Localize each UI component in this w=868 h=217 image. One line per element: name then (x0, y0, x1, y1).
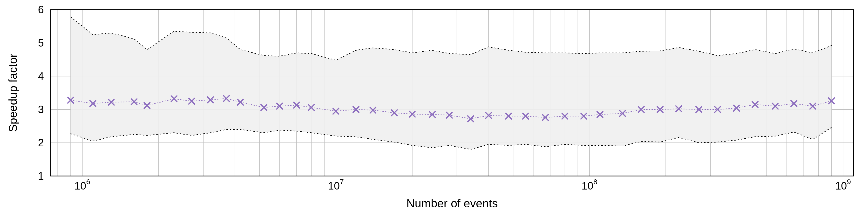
speedup-chart: 123456106107108109 Number of events Spee… (0, 0, 868, 217)
x-tick-label: 106 (74, 178, 90, 192)
x-tick-label: 107 (328, 178, 344, 192)
x-axis-label: Number of events (406, 197, 498, 210)
y-tick-label: 1 (38, 170, 44, 182)
y-tick-label: 2 (38, 137, 44, 149)
y-tick-label: 4 (38, 70, 44, 82)
y-tick-label: 6 (38, 4, 44, 16)
chart-canvas: 123456106107108109 Number of events Spee… (0, 0, 868, 217)
y-axis-label: Speedup factor (6, 54, 19, 132)
y-tick-label: 5 (38, 37, 44, 49)
x-tick-label: 108 (582, 178, 597, 192)
y-tick-label: 3 (38, 103, 44, 115)
x-tick-label: 109 (835, 178, 851, 192)
